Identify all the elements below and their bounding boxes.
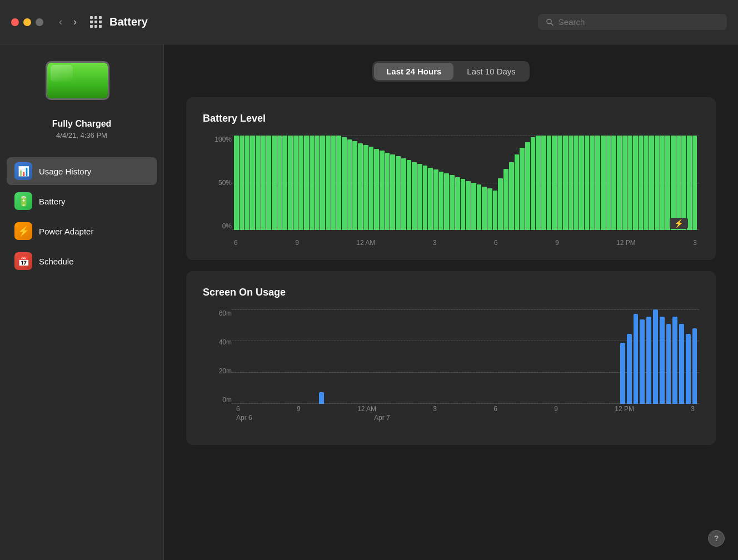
x-label-s9b: 9 — [554, 405, 558, 413]
screen-usage-chart-title: Screen On Usage — [203, 287, 699, 298]
battery-bar — [665, 136, 670, 230]
battery-bar — [266, 136, 271, 230]
screen-bar-wrap — [627, 309, 632, 404]
screen-bar-wrap — [620, 309, 625, 404]
battery-status-text: Fully Charged — [52, 119, 112, 129]
battery-bar — [590, 136, 595, 230]
screen-bar — [653, 309, 658, 404]
battery-bar — [509, 162, 514, 230]
battery-bar — [450, 175, 455, 230]
battery-bar — [627, 136, 632, 230]
screen-bar-wrap — [437, 309, 442, 404]
time-tabs: Last 24 Hours Last 10 Days — [186, 61, 716, 82]
battery-bar — [493, 191, 498, 230]
battery-bar — [466, 181, 471, 230]
screen-bar-wrap — [660, 309, 665, 404]
battery-bar — [487, 188, 492, 230]
battery-bar — [585, 136, 590, 230]
x-label-apr6: Apr 6 — [236, 414, 252, 422]
screen-bar-wrap — [371, 309, 376, 404]
sidebar-label-usage-history: Usage History — [39, 167, 91, 176]
screen-bar-wrap — [332, 309, 337, 404]
battery-bar — [363, 145, 368, 230]
screen-x-labels: 6 9 12 AM 3 6 9 12 PM 3 Apr 6 Apr — [232, 405, 699, 432]
y-label-0m: 0m — [222, 396, 232, 404]
screen-bar-wrap — [430, 309, 435, 404]
minimize-button[interactable] — [23, 18, 31, 26]
screen-bar-wrap — [286, 309, 291, 404]
x-label-s3b: 3 — [691, 405, 695, 413]
grid-dot — [94, 16, 97, 19]
battery-time: 4/4/21, 4:36 PM — [52, 131, 112, 139]
sidebar-item-power-adapter[interactable]: ⚡ Power Adapter — [7, 217, 157, 245]
screen-bar-wrap — [522, 309, 527, 404]
back-button[interactable]: ‹ — [54, 14, 67, 30]
screen-bar-wrap — [502, 309, 507, 404]
battery-bar — [622, 136, 627, 230]
battery-bar — [660, 136, 665, 230]
battery-bar — [423, 166, 428, 230]
grid-icon[interactable] — [90, 16, 102, 28]
sidebar-item-usage-history[interactable]: 📊 Usage History — [7, 157, 157, 185]
x-label-12am: 12 AM — [356, 239, 375, 247]
battery-bar — [412, 162, 417, 230]
screen-bar-wrap — [241, 309, 246, 404]
screen-x-row1: 6 9 12 AM 3 6 9 12 PM 3 — [234, 405, 697, 413]
screen-bar-wrap — [411, 309, 416, 404]
tab-last-24h[interactable]: Last 24 Hours — [374, 63, 453, 80]
battery-bars-container — [232, 136, 699, 230]
battery-bar — [326, 136, 331, 230]
x-label-apr7: Apr 7 — [374, 414, 390, 422]
battery-bar — [579, 136, 584, 230]
screen-bar-wrap — [365, 309, 370, 404]
screen-bar-wrap — [391, 309, 396, 404]
grid-dot — [90, 21, 93, 23]
screen-bar-wrap — [568, 309, 573, 404]
screen-bar-wrap — [385, 309, 390, 404]
help-button[interactable]: ? — [708, 530, 725, 547]
sidebar-item-battery[interactable]: 🔋 Battery — [7, 187, 157, 215]
screen-bar-wrap — [672, 309, 677, 404]
screen-bar-wrap — [345, 309, 350, 404]
battery-bar — [525, 142, 530, 230]
battery-bar — [557, 136, 562, 230]
screen-bar — [679, 324, 684, 404]
screen-bar-wrap — [476, 309, 481, 404]
battery-bar — [461, 179, 466, 230]
x-label-s3: 3 — [433, 405, 437, 413]
sidebar-item-schedule[interactable]: 📅 Schedule — [7, 247, 157, 275]
screen-bar-wrap — [509, 309, 514, 404]
x-label-s12pm: 12 PM — [615, 405, 634, 413]
search-box[interactable] — [538, 14, 727, 30]
traffic-lights — [11, 18, 43, 26]
content-area: Last 24 Hours Last 10 Days Battery Level… — [164, 44, 738, 560]
close-button[interactable] — [11, 18, 19, 26]
tab-last-10d[interactable]: Last 10 Days — [455, 63, 528, 80]
battery-bar — [681, 136, 686, 230]
screen-bar-wrap — [404, 309, 409, 404]
nav-buttons: ‹ › — [54, 14, 81, 30]
power-adapter-icon: ⚡ — [14, 222, 32, 240]
screen-bar-wrap — [548, 309, 554, 404]
battery-bar — [520, 148, 525, 230]
screen-usage-chart-card: Screen On Usage 60m 40m 20m 0m — [186, 271, 716, 445]
battery-bar — [639, 136, 644, 230]
grid-dot — [90, 25, 93, 28]
battery-bar — [336, 136, 341, 230]
screen-bar — [646, 317, 651, 404]
screen-bar-wrap — [280, 309, 285, 404]
screen-bar-wrap — [267, 309, 272, 404]
screen-bar-wrap — [450, 309, 455, 404]
search-input[interactable] — [559, 17, 719, 27]
x-label-6b: 6 — [494, 239, 498, 247]
battery-bar — [439, 172, 444, 230]
battery-bar — [358, 143, 363, 230]
screen-bar — [627, 334, 632, 404]
battery-image — [46, 61, 118, 106]
battery-bar — [331, 136, 336, 230]
maximize-button[interactable] — [36, 18, 43, 26]
forward-button[interactable]: › — [69, 14, 81, 30]
screen-bar-wrap — [463, 309, 468, 404]
x-label-s9: 9 — [297, 405, 301, 413]
battery-bar — [477, 184, 482, 230]
